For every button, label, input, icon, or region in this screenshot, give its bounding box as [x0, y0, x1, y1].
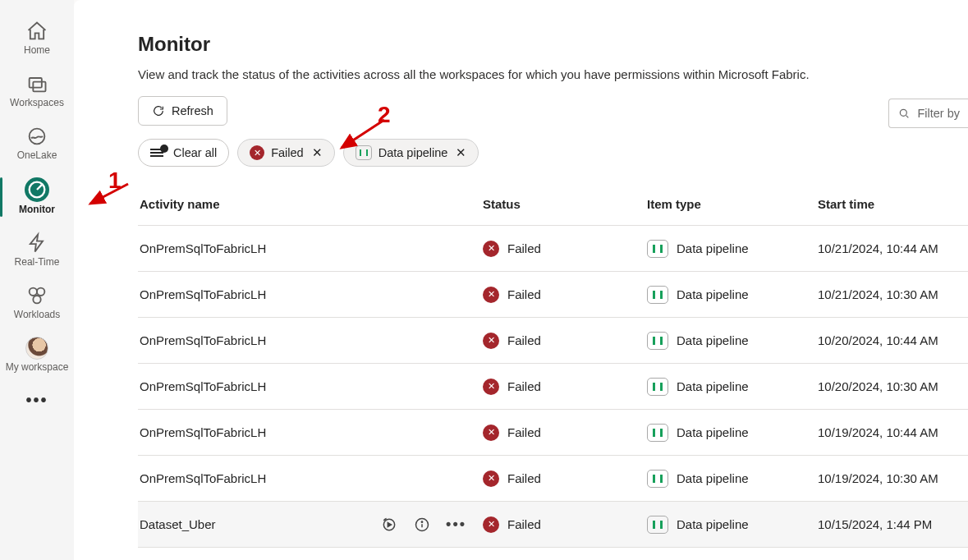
monitor-icon [25, 177, 49, 202]
failed-icon: ✕ [483, 470, 499, 487]
svg-point-7 [901, 109, 907, 116]
cell-start-time: 10/20/2024, 10:30 AM [818, 379, 968, 393]
sidebar-item-label: My workspace [6, 361, 69, 373]
sidebar: Home Workspaces OneLake Monitor Real-Tim [0, 0, 74, 560]
svg-rect-0 [30, 78, 42, 88]
cell-status: ✕Failed [483, 425, 647, 441]
cell-activity-name[interactable]: Dataset_Uber••• [138, 516, 483, 534]
status-text: Failed [507, 241, 541, 255]
data-pipeline-icon [647, 240, 668, 258]
status-text: Failed [507, 517, 541, 531]
cell-activity-name[interactable]: OnPremSqlToFabricLH [138, 333, 483, 347]
filter-chip-label: Failed [271, 146, 304, 159]
table-row[interactable]: OnPremSqlToFabricLH✕FailedData pipeline1… [138, 226, 968, 272]
sidebar-item-realtime[interactable]: Real-Time [0, 227, 74, 274]
filter-input[interactable]: Filter by [888, 99, 968, 128]
sidebar-item-workspaces[interactable]: Workspaces [0, 67, 74, 115]
annotation-arrow-1 [84, 179, 133, 212]
col-status[interactable]: Status [483, 197, 647, 211]
item-type-text: Data pipeline [677, 471, 749, 485]
refresh-button[interactable]: Refresh [138, 96, 227, 126]
cell-start-time: 10/21/2024, 10:30 AM [818, 287, 968, 301]
sidebar-item-workloads[interactable]: Workloads [0, 279, 74, 327]
status-text: Failed [507, 471, 541, 485]
filter-placeholder: Filter by [917, 107, 960, 120]
onelake-icon [25, 125, 48, 148]
avatar-icon [25, 337, 48, 360]
sidebar-item-label: OneLake [17, 149, 57, 161]
data-pipeline-icon [647, 332, 668, 350]
activity-name-text: OnPremSqlToFabricLH [140, 287, 266, 301]
status-text: Failed [507, 333, 541, 347]
search-icon [897, 107, 911, 120]
page-title: Monitor [138, 33, 968, 56]
cell-status: ✕Failed [483, 516, 647, 533]
sidebar-item-label: Monitor [19, 204, 55, 215]
more-actions-icon[interactable]: ••• [446, 516, 466, 533]
table-row[interactable]: OnPremSqlToFabricLH✕FailedData pipeline1… [138, 364, 968, 410]
failed-icon: ✕ [250, 145, 264, 160]
sidebar-item-label: Home [24, 44, 50, 56]
svg-rect-1 [33, 82, 45, 92]
cell-status: ✕Failed [483, 333, 647, 349]
table-row[interactable]: OnPremSqlToFabricLH✕FailedData pipeline1… [138, 410, 968, 456]
sidebar-item-my-workspace[interactable]: My workspace [0, 332, 74, 379]
cell-activity-name[interactable]: OnPremSqlToFabricLH [138, 379, 483, 393]
sidebar-item-home[interactable]: Home [0, 15, 74, 62]
table-row[interactable]: OnPremSqlToFabricLH✕FailedData pipeline1… [138, 272, 968, 318]
item-type-text: Data pipeline [677, 379, 749, 393]
realtime-icon [25, 232, 48, 255]
page-subtitle: View and track the status of the activit… [138, 67, 968, 81]
cell-activity-name[interactable]: OnPremSqlToFabricLH [138, 471, 483, 485]
cell-activity-name[interactable]: OnPremSqlToFabricLH [138, 287, 483, 301]
failed-icon: ✕ [483, 333, 499, 349]
table-row[interactable]: Dataset_Uber•••✕FailedData pipeline10/15… [138, 502, 968, 548]
annotation-1: 1 [108, 168, 122, 194]
failed-icon: ✕ [483, 379, 499, 395]
cell-status: ✕Failed [483, 241, 647, 257]
close-icon[interactable]: ✕ [312, 145, 323, 160]
sidebar-item-onelake[interactable]: OneLake [0, 120, 74, 168]
cell-activity-name[interactable]: OnPremSqlToFabricLH [138, 425, 483, 439]
table-header: Activity name Status Item type Start tim… [138, 183, 968, 226]
filter-chip-label: Data pipeline [378, 146, 448, 159]
col-item-type[interactable]: Item type [647, 197, 818, 211]
svg-point-6 [33, 296, 40, 303]
table-row[interactable]: OnPremSqlToFabricLH✕FailedData pipeline1… [138, 456, 968, 502]
item-type-text: Data pipeline [677, 333, 749, 347]
data-pipeline-icon [647, 516, 668, 534]
cell-item-type: Data pipeline [647, 332, 818, 350]
status-text: Failed [507, 425, 541, 439]
activity-name-text: OnPremSqlToFabricLH [140, 241, 266, 255]
rerun-icon[interactable] [380, 516, 398, 534]
row-actions: ••• [380, 516, 466, 534]
sidebar-item-label: Workloads [14, 309, 60, 320]
workspaces-icon [25, 72, 48, 95]
filter-chip-failed[interactable]: ✕ Failed ✕ [237, 139, 335, 167]
sidebar-item-monitor[interactable]: Monitor [0, 172, 74, 222]
clear-all-label: Clear all [173, 146, 217, 159]
svg-point-4 [30, 288, 37, 296]
workloads-icon [25, 284, 48, 307]
cell-item-type: Data pipeline [647, 240, 818, 258]
refresh-icon [152, 104, 165, 117]
home-icon [25, 20, 48, 43]
cell-activity-name[interactable]: OnPremSqlToFabricLH [138, 241, 483, 255]
filter-chip-data-pipeline[interactable]: Data pipeline ✕ [343, 139, 479, 167]
failed-icon: ✕ [483, 287, 499, 303]
data-pipeline-icon [647, 286, 668, 304]
info-icon[interactable] [413, 516, 431, 534]
failed-icon: ✕ [483, 241, 499, 257]
activity-name-text: OnPremSqlToFabricLH [140, 379, 266, 393]
cell-status: ✕Failed [483, 287, 647, 303]
clear-all-button[interactable]: ✕ Clear all [138, 139, 229, 167]
cell-item-type: Data pipeline [647, 286, 818, 304]
col-start-time[interactable]: Start time [818, 197, 968, 211]
item-type-text: Data pipeline [677, 241, 749, 255]
close-icon[interactable]: ✕ [456, 145, 466, 160]
cell-start-time: 10/15/2024, 1:44 PM [818, 517, 968, 531]
col-activity-name[interactable]: Activity name [138, 197, 483, 211]
table-row[interactable]: OnPremSqlToFabricLH✕FailedData pipeline1… [138, 318, 968, 364]
sidebar-more-icon[interactable]: ••• [25, 384, 48, 416]
cell-item-type: Data pipeline [647, 516, 818, 534]
